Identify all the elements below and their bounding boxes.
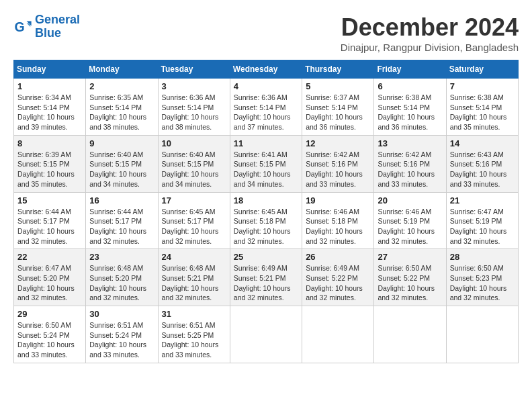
day-info: Sunrise: 6:49 AMSunset: 5:22 PMDaylight:… <box>306 264 363 302</box>
header-sunday: Sunday <box>14 60 86 79</box>
calendar-cell: 19 Sunrise: 6:46 AMSunset: 5:18 PMDaylig… <box>302 192 374 249</box>
calendar-cell: 17 Sunrise: 6:45 AMSunset: 5:17 PMDaylig… <box>158 192 230 249</box>
day-number: 26 <box>306 252 370 262</box>
day-info: Sunrise: 6:48 AMSunset: 5:20 PMDaylight:… <box>89 264 146 302</box>
day-number: 11 <box>234 138 298 148</box>
day-info: Sunrise: 6:45 AMSunset: 5:18 PMDaylight:… <box>234 208 291 245</box>
day-number: 9 <box>89 138 154 148</box>
calendar-cell: 14 Sunrise: 6:43 AMSunset: 5:16 PMDaylig… <box>446 135 518 192</box>
calendar-cell: 29 Sunrise: 6:50 AMSunset: 5:24 PMDaylig… <box>14 306 86 363</box>
calendar-cell: 22 Sunrise: 6:47 AMSunset: 5:20 PMDaylig… <box>14 249 86 306</box>
calendar-cell: 3 Sunrise: 6:36 AMSunset: 5:14 PMDayligh… <box>158 79 230 136</box>
day-info: Sunrise: 6:46 AMSunset: 5:19 PMDaylight:… <box>378 208 435 245</box>
day-info: Sunrise: 6:44 AMSunset: 5:17 PMDaylight:… <box>17 208 75 245</box>
day-info: Sunrise: 6:51 AMSunset: 5:25 PMDaylight:… <box>162 321 219 359</box>
day-info: Sunrise: 6:38 AMSunset: 5:14 PMDaylight:… <box>378 93 435 131</box>
day-number: 6 <box>378 81 442 91</box>
day-number: 3 <box>162 81 226 91</box>
calendar-cell: 18 Sunrise: 6:45 AMSunset: 5:18 PMDaylig… <box>230 192 302 249</box>
calendar-week-row: 22 Sunrise: 6:47 AMSunset: 5:20 PMDaylig… <box>14 249 519 306</box>
day-number: 2 <box>89 81 154 91</box>
logo: G General Blue <box>13 13 80 40</box>
day-info: Sunrise: 6:48 AMSunset: 5:21 PMDaylight:… <box>162 264 219 302</box>
day-info: Sunrise: 6:47 AMSunset: 5:19 PMDaylight:… <box>450 208 507 245</box>
day-info: Sunrise: 6:50 AMSunset: 5:23 PMDaylight:… <box>450 264 507 302</box>
calendar-cell: 2 Sunrise: 6:35 AMSunset: 5:14 PMDayligh… <box>86 79 158 136</box>
day-info: Sunrise: 6:34 AMSunset: 5:14 PMDaylight:… <box>17 93 75 131</box>
header-wednesday: Wednesday <box>230 60 302 79</box>
day-number: 16 <box>89 195 154 205</box>
day-info: Sunrise: 6:41 AMSunset: 5:15 PMDaylight:… <box>234 150 291 188</box>
calendar-cell: 27 Sunrise: 6:50 AMSunset: 5:22 PMDaylig… <box>374 249 446 306</box>
day-number: 18 <box>234 195 298 205</box>
calendar-cell: 5 Sunrise: 6:37 AMSunset: 5:14 PMDayligh… <box>302 79 374 136</box>
calendar-cell <box>230 306 302 363</box>
day-number: 5 <box>306 81 370 91</box>
calendar-cell: 31 Sunrise: 6:51 AMSunset: 5:25 PMDaylig… <box>158 306 230 363</box>
header-tuesday: Tuesday <box>158 60 230 79</box>
day-info: Sunrise: 6:50 AMSunset: 5:22 PMDaylight:… <box>378 264 435 302</box>
day-number: 14 <box>450 138 515 148</box>
calendar-cell: 13 Sunrise: 6:42 AMSunset: 5:16 PMDaylig… <box>374 135 446 192</box>
day-info: Sunrise: 6:37 AMSunset: 5:14 PMDaylight:… <box>306 93 363 131</box>
location-title: Dinajpur, Rangpur Division, Bangladesh <box>341 42 519 53</box>
svg-marker-2 <box>27 23 31 27</box>
day-number: 29 <box>17 309 82 319</box>
calendar-cell: 15 Sunrise: 6:44 AMSunset: 5:17 PMDaylig… <box>14 192 86 249</box>
day-number: 17 <box>162 195 226 205</box>
day-number: 30 <box>89 309 154 319</box>
calendar-cell: 1 Sunrise: 6:34 AMSunset: 5:14 PMDayligh… <box>14 79 86 136</box>
calendar-cell: 11 Sunrise: 6:41 AMSunset: 5:15 PMDaylig… <box>230 135 302 192</box>
logo-line2: Blue <box>35 26 61 40</box>
day-info: Sunrise: 6:39 AMSunset: 5:15 PMDaylight:… <box>17 150 75 188</box>
calendar-cell: 6 Sunrise: 6:38 AMSunset: 5:14 PMDayligh… <box>374 79 446 136</box>
day-number: 13 <box>378 138 442 148</box>
day-number: 1 <box>17 81 82 91</box>
calendar-cell: 26 Sunrise: 6:49 AMSunset: 5:22 PMDaylig… <box>302 249 374 306</box>
calendar-cell: 30 Sunrise: 6:51 AMSunset: 5:24 PMDaylig… <box>86 306 158 363</box>
svg-text:G: G <box>14 19 24 34</box>
day-info: Sunrise: 6:42 AMSunset: 5:16 PMDaylight:… <box>378 150 435 188</box>
calendar-cell: 4 Sunrise: 6:36 AMSunset: 5:14 PMDayligh… <box>230 79 302 136</box>
day-info: Sunrise: 6:45 AMSunset: 5:17 PMDaylight:… <box>162 208 219 245</box>
day-number: 15 <box>17 195 82 205</box>
calendar-cell: 20 Sunrise: 6:46 AMSunset: 5:19 PMDaylig… <box>374 192 446 249</box>
day-info: Sunrise: 6:50 AMSunset: 5:24 PMDaylight:… <box>17 321 75 359</box>
day-number: 22 <box>17 252 82 262</box>
calendar-cell: 21 Sunrise: 6:47 AMSunset: 5:19 PMDaylig… <box>446 192 518 249</box>
day-info: Sunrise: 6:49 AMSunset: 5:21 PMDaylight:… <box>234 264 291 302</box>
calendar-cell: 12 Sunrise: 6:42 AMSunset: 5:16 PMDaylig… <box>302 135 374 192</box>
day-number: 4 <box>234 81 298 91</box>
logo-text: General Blue <box>35 13 80 40</box>
calendar-header-row: SundayMondayTuesdayWednesdayThursdayFrid… <box>14 60 519 79</box>
calendar-week-row: 1 Sunrise: 6:34 AMSunset: 5:14 PMDayligh… <box>14 79 519 136</box>
day-info: Sunrise: 6:47 AMSunset: 5:20 PMDaylight:… <box>17 264 75 302</box>
day-number: 20 <box>378 195 442 205</box>
day-info: Sunrise: 6:40 AMSunset: 5:15 PMDaylight:… <box>162 150 219 188</box>
day-number: 21 <box>450 195 515 205</box>
day-number: 28 <box>450 252 515 262</box>
day-number: 12 <box>306 138 370 148</box>
day-info: Sunrise: 6:36 AMSunset: 5:14 PMDaylight:… <box>162 93 219 131</box>
calendar-cell <box>446 306 518 363</box>
day-info: Sunrise: 6:38 AMSunset: 5:14 PMDaylight:… <box>450 93 507 131</box>
day-info: Sunrise: 6:40 AMSunset: 5:15 PMDaylight:… <box>89 150 146 188</box>
day-info: Sunrise: 6:36 AMSunset: 5:14 PMDaylight:… <box>234 93 291 131</box>
header-friday: Friday <box>374 60 446 79</box>
day-number: 8 <box>17 138 82 148</box>
header-thursday: Thursday <box>302 60 374 79</box>
header-monday: Monday <box>86 60 158 79</box>
calendar-cell: 7 Sunrise: 6:38 AMSunset: 5:14 PMDayligh… <box>446 79 518 136</box>
calendar-table: SundayMondayTuesdayWednesdayThursdayFrid… <box>13 60 519 363</box>
day-info: Sunrise: 6:44 AMSunset: 5:17 PMDaylight:… <box>89 208 146 245</box>
day-number: 19 <box>306 195 370 205</box>
calendar-cell: 8 Sunrise: 6:39 AMSunset: 5:15 PMDayligh… <box>14 135 86 192</box>
page-header: G General Blue December 2024 Dinajpur, R… <box>13 13 519 53</box>
day-info: Sunrise: 6:35 AMSunset: 5:14 PMDaylight:… <box>89 93 146 131</box>
calendar-cell <box>374 306 446 363</box>
calendar-cell: 24 Sunrise: 6:48 AMSunset: 5:21 PMDaylig… <box>158 249 230 306</box>
day-info: Sunrise: 6:46 AMSunset: 5:18 PMDaylight:… <box>306 208 363 245</box>
month-title: December 2024 <box>341 13 519 42</box>
calendar-week-row: 15 Sunrise: 6:44 AMSunset: 5:17 PMDaylig… <box>14 192 519 249</box>
calendar-cell: 28 Sunrise: 6:50 AMSunset: 5:23 PMDaylig… <box>446 249 518 306</box>
